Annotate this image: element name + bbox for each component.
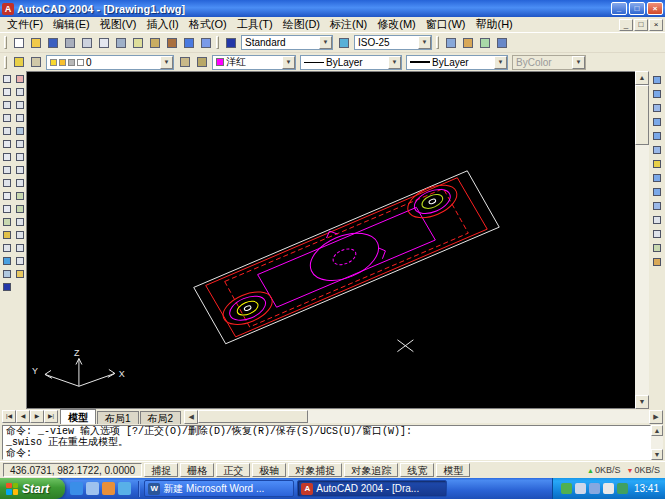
publish-icon[interactable]	[95, 35, 112, 51]
doc-restore-button[interactable]: □	[634, 19, 648, 31]
polygon-icon[interactable]	[1, 112, 13, 124]
quick-dimension-icon[interactable]	[650, 157, 664, 170]
status-toggle-3[interactable]: 极轴	[252, 463, 286, 477]
menu-item-9[interactable]: 窗口(W)	[421, 17, 471, 32]
layer-states-icon[interactable]	[27, 54, 44, 70]
save-icon[interactable]	[44, 35, 61, 51]
close-button[interactable]: ×	[647, 2, 663, 15]
volume-icon[interactable]	[575, 483, 586, 494]
diameter-dimension-icon[interactable]	[650, 129, 664, 142]
title-bar[interactable]: A AutoCAD 2004 - [Drawing1.dwg] _ □ ×	[0, 0, 665, 17]
internet-explorer-icon[interactable]	[70, 482, 83, 495]
angular-dimension-icon[interactable]	[650, 143, 664, 156]
layout-tab-0[interactable]: 模型	[60, 409, 96, 424]
array-icon[interactable]	[14, 125, 26, 137]
polyline-icon[interactable]	[1, 99, 13, 111]
menu-item-0[interactable]: 文件(F)	[2, 17, 48, 32]
rotate-icon[interactable]	[14, 151, 26, 163]
horizontal-scrollbar[interactable]: ◀ ▶	[184, 410, 663, 423]
status-toggle-1[interactable]: 栅格	[180, 463, 214, 477]
restore-button[interactable]: □	[629, 2, 645, 15]
scroll-up-icon[interactable]: ▲	[635, 71, 649, 85]
taskbar-task-1[interactable]: AAutoCAD 2004 - [Dra...	[297, 480, 447, 497]
stretch-icon[interactable]	[14, 177, 26, 189]
dim-style-combo[interactable]: ISO-25 ▼	[354, 35, 432, 50]
toolbar-grip[interactable]	[436, 36, 439, 49]
rectangle-icon[interactable]	[1, 125, 13, 137]
status-toggle-6[interactable]: 线宽	[400, 463, 434, 477]
drawing-viewport[interactable]: Z X Y	[27, 72, 635, 408]
help-icon[interactable]	[493, 35, 510, 51]
chevron-down-icon[interactable]: ▼	[282, 56, 295, 69]
undo-icon[interactable]	[180, 35, 197, 51]
hidden-edge-contour[interactable]	[225, 189, 469, 327]
trim-icon[interactable]	[14, 190, 26, 202]
point-icon[interactable]	[1, 242, 13, 254]
tab-next-icon[interactable]: ▶	[30, 410, 44, 423]
vertical-scroll-thumb[interactable]	[635, 85, 649, 145]
make-object-layer-current-icon[interactable]	[176, 54, 193, 70]
spline-icon[interactable]	[1, 177, 13, 189]
menu-item-7[interactable]: 标注(N)	[325, 17, 372, 32]
copy-object-icon[interactable]	[14, 86, 26, 98]
text-style-icon[interactable]	[222, 35, 239, 51]
drawing-canvas[interactable]: Z X Y	[26, 71, 635, 409]
paste-icon[interactable]	[146, 35, 163, 51]
fillet-icon[interactable]	[14, 255, 26, 267]
linetype-combo[interactable]: ByLayer ▼	[300, 55, 402, 70]
move-icon[interactable]	[14, 138, 26, 150]
plot-preview-icon[interactable]	[78, 35, 95, 51]
make-block-icon[interactable]	[1, 229, 13, 241]
start-button[interactable]: Start	[0, 478, 65, 499]
quick-leader-icon[interactable]	[650, 199, 664, 212]
plate-top-contour[interactable]	[206, 178, 488, 337]
cut-icon[interactable]	[112, 35, 129, 51]
chevron-down-icon[interactable]: ▼	[160, 56, 173, 69]
antivirus-icon[interactable]	[561, 483, 572, 494]
scroll-down-icon[interactable]: ▼	[635, 395, 649, 409]
toolbar-grip[interactable]	[4, 56, 7, 69]
chevron-down-icon[interactable]: ▼	[319, 36, 332, 49]
taskbar-task-0[interactable]: W新建 Microsoft Word ...	[144, 480, 294, 497]
status-toggle-4[interactable]: 对象捕捉	[288, 463, 342, 477]
design-center-icon[interactable]	[459, 35, 476, 51]
layer-previous-icon[interactable]	[193, 54, 210, 70]
toolbar-grip[interactable]	[4, 36, 7, 49]
redo-icon[interactable]	[197, 35, 214, 51]
doc-close-button[interactable]: ×	[649, 19, 663, 31]
layer-lock-icon[interactable]	[68, 59, 75, 66]
text-style-combo[interactable]: Standard ▼	[241, 35, 333, 50]
scroll-right-icon[interactable]: ▶	[649, 410, 663, 424]
aligned-dimension-icon[interactable]	[650, 87, 664, 100]
layer-properties-manager-icon[interactable]	[10, 54, 27, 70]
command-line-window[interactable]: 命令: _-view 输入选项 [?/正交(O)/删除(D)/恢复(R)/保存(…	[2, 425, 651, 460]
chevron-down-icon[interactable]: ▼	[494, 56, 507, 69]
break-at-point-icon[interactable]	[14, 216, 26, 228]
circle-icon[interactable]	[1, 151, 13, 163]
tool-palettes-icon[interactable]	[476, 35, 493, 51]
menu-item-5[interactable]: 工具(T)	[232, 17, 278, 32]
part-drawing[interactable]	[194, 171, 499, 352]
command-scrollbar[interactable]: ▲ ▼	[651, 425, 663, 460]
input-method-icon[interactable]	[603, 483, 614, 494]
menu-item-1[interactable]: 编辑(E)	[48, 17, 95, 32]
center-boss[interactable]	[303, 224, 386, 290]
menu-item-3[interactable]: 插入(I)	[141, 17, 183, 32]
minimize-button[interactable]: _	[611, 2, 627, 15]
layout-tab-2[interactable]: 布局2	[140, 411, 182, 424]
offset-icon[interactable]	[14, 112, 26, 124]
erase-icon[interactable]	[14, 73, 26, 85]
network-icon[interactable]	[589, 483, 600, 494]
scroll-left-icon[interactable]: ◀	[184, 410, 198, 424]
chamfer-icon[interactable]	[14, 242, 26, 254]
layer-freeze-icon[interactable]	[59, 59, 66, 66]
tolerance-icon[interactable]	[650, 213, 664, 226]
explode-icon[interactable]	[14, 268, 26, 280]
layout-tab-1[interactable]: 布局1	[97, 411, 139, 424]
open-icon[interactable]	[27, 35, 44, 51]
keyway-notch-right[interactable]	[378, 248, 385, 259]
scroll-up-icon[interactable]: ▲	[651, 425, 663, 436]
color-combo[interactable]: 洋红 ▼	[212, 55, 296, 70]
match-properties-icon[interactable]	[163, 35, 180, 51]
radius-dimension-icon[interactable]	[650, 115, 664, 128]
